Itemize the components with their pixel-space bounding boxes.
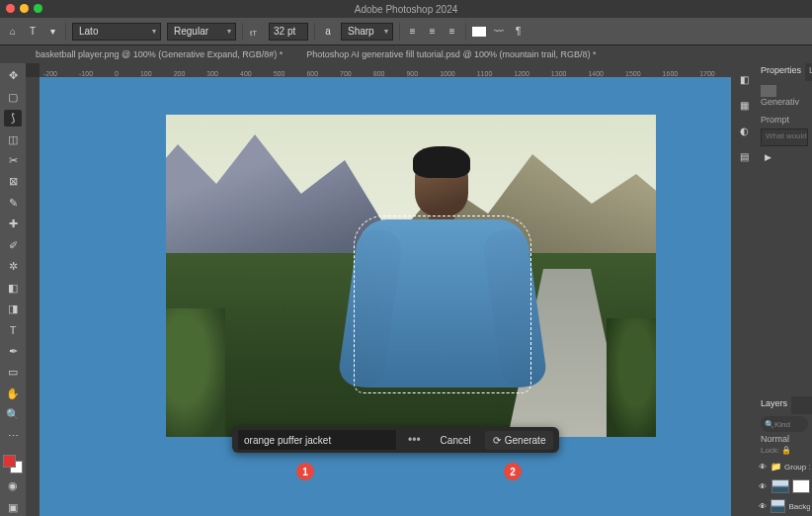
generate-variations-icon[interactable]: ▶ <box>765 152 804 162</box>
align-right-icon[interactable]: ≡ <box>446 25 459 39</box>
minimize-window-icon[interactable] <box>20 4 29 13</box>
folder-icon: 📁 <box>771 462 781 472</box>
shape-tool-icon[interactable]: ▭ <box>4 364 22 381</box>
blend-mode-select[interactable]: Normal <box>761 434 808 444</box>
gradient-tool-icon[interactable]: ◨ <box>4 301 22 317</box>
ruler-mark: -200 <box>43 70 57 77</box>
libraries-tab[interactable]: Libra <box>805 63 812 81</box>
dropdown-icon[interactable]: ▾ <box>45 25 59 39</box>
ruler-mark: 500 <box>274 70 285 77</box>
adjustments-panel-icon[interactable]: ◐ <box>736 123 752 138</box>
color-panel-icon[interactable]: ◧ <box>736 71 752 87</box>
frame-tool-icon[interactable]: ⊠ <box>4 173 22 190</box>
quick-mask-icon[interactable]: ◉ <box>4 477 22 494</box>
home-icon[interactable]: ⌂ <box>6 25 20 39</box>
image-person-hair <box>413 146 470 178</box>
visibility-icon[interactable]: 👁 <box>759 482 769 491</box>
text-color-swatch[interactable] <box>472 25 486 39</box>
prompt-label: Prompt <box>761 115 808 125</box>
object-select-tool-icon[interactable]: ◫ <box>4 130 22 147</box>
align-center-icon[interactable]: ≡ <box>426 25 440 39</box>
healing-tool-icon[interactable]: ✚ <box>4 215 22 232</box>
eraser-tool-icon[interactable]: ◧ <box>4 279 22 296</box>
document-tab[interactable]: basketball player.png @ 100% (Generative… <box>30 47 288 61</box>
ruler-mark: 1300 <box>551 70 567 77</box>
pen-tool-icon[interactable]: ✒ <box>4 343 22 360</box>
canvas-area: -200 -100 0 100 200 300 400 500 600 700 … <box>26 63 731 516</box>
font-style-select[interactable]: Regular <box>167 23 236 41</box>
antialias-icon: a <box>321 25 335 39</box>
properties-tab[interactable]: Properties <box>757 63 805 81</box>
horizontal-ruler: -200 -100 0 100 200 300 400 500 600 700 … <box>40 63 731 77</box>
color-swatches[interactable] <box>3 455 23 473</box>
layer-thumb-icon <box>761 85 776 97</box>
generate-label: Generate <box>505 435 546 446</box>
app-title: Adobe Photoshop 2024 <box>355 4 458 15</box>
visibility-icon[interactable]: 👁 <box>759 463 768 472</box>
font-size-input[interactable]: 32 pt <box>269 23 308 41</box>
font-family-select[interactable]: Lato <box>72 23 161 41</box>
layers-tab[interactable]: Layers <box>757 396 791 414</box>
layer-filter-select[interactable]: 🔍 Kind <box>761 416 808 432</box>
hand-tool-icon[interactable]: ✋ <box>4 386 22 402</box>
screen-mode-icon[interactable]: ▣ <box>4 499 22 516</box>
ruler-mark: 0 <box>115 70 119 77</box>
zoom-tool-icon[interactable]: 🔍 <box>4 406 22 423</box>
more-options-icon[interactable]: ••• <box>402 433 427 447</box>
warp-text-icon[interactable]: 〰 <box>492 25 506 39</box>
ruler-mark: 700 <box>340 70 352 77</box>
swatches-panel-icon[interactable]: ▦ <box>736 97 752 113</box>
titlebar: Adobe Photoshop 2024 <box>0 0 812 18</box>
antialias-select[interactable]: Sharp <box>341 23 393 41</box>
separator <box>242 23 243 41</box>
generative-layer-row: Generativ <box>761 85 808 107</box>
generate-button[interactable]: ⟳ Generate <box>485 431 554 450</box>
cancel-button[interactable]: Cancel <box>433 431 479 450</box>
callout-marker: 2 <box>504 463 522 480</box>
move-tool-icon[interactable]: ✥ <box>4 67 22 84</box>
more-tools-icon[interactable]: ⋯ <box>4 427 22 444</box>
prompt-input[interactable]: What would you like <box>761 129 808 146</box>
canvas[interactable]: ••• Cancel ⟳ Generate 1 2 <box>40 77 731 516</box>
document-image[interactable] <box>166 115 656 437</box>
window-controls <box>6 4 42 13</box>
maximize-window-icon[interactable] <box>34 4 42 13</box>
layer-group-row[interactable]: 👁 📁 Group 1 <box>757 457 812 476</box>
type-tool-icon[interactable]: T <box>26 25 40 39</box>
brush-tool-icon[interactable]: ✐ <box>4 237 22 254</box>
separator <box>399 23 400 41</box>
layer-row[interactable]: 👁 <box>757 476 812 496</box>
ruler-mark: 1700 <box>699 70 715 77</box>
generative-layer-label: Generativ <box>761 97 799 107</box>
close-window-icon[interactable] <box>6 4 15 13</box>
layer-row[interactable]: 👁 Backgr <box>757 496 812 516</box>
separator <box>65 23 66 41</box>
crop-tool-icon[interactable]: ✂ <box>4 152 22 169</box>
right-panels: Properties Libra Generativ Prompt What w… <box>757 63 812 516</box>
image-bush <box>607 318 656 437</box>
tool-palette: ✥ ▢ ⟆ ◫ ✂ ⊠ ✎ ✚ ✐ ✲ ◧ ◨ T ✒ ▭ ✋ 🔍 ⋯ ◉ ▣ <box>0 63 26 516</box>
generative-fill-bar: ••• Cancel ⟳ Generate <box>232 427 559 453</box>
ruler-mark: 200 <box>174 70 186 77</box>
foreground-color-swatch[interactable] <box>3 455 16 468</box>
image-person <box>344 150 541 437</box>
document-tab-active[interactable]: Photoshop AI generative fill tutorial.ps… <box>300 47 602 61</box>
ruler-mark: 1200 <box>514 70 529 77</box>
align-left-icon[interactable]: ≡ <box>406 25 420 39</box>
callout-marker: 1 <box>296 463 314 480</box>
right-dock-strip: ◧ ▦ ◐ ▤ <box>731 63 757 516</box>
type-tool-icon[interactable]: T <box>4 321 22 338</box>
clone-tool-icon[interactable]: ✲ <box>4 258 22 275</box>
eyedropper-tool-icon[interactable]: ✎ <box>4 195 22 212</box>
vertical-ruler <box>26 77 40 516</box>
ruler-mark: -100 <box>79 70 93 77</box>
character-panel-icon[interactable]: ¶ <box>512 25 526 39</box>
image-bush <box>166 308 225 437</box>
marquee-tool-icon[interactable]: ▢ <box>4 88 22 105</box>
ruler-mark: 600 <box>306 70 318 77</box>
generative-prompt-input[interactable] <box>238 430 396 450</box>
layer-name: Backgr <box>788 502 810 511</box>
lasso-tool-icon[interactable]: ⟆ <box>4 110 22 127</box>
libraries-panel-icon[interactable]: ▤ <box>736 148 752 164</box>
visibility-icon[interactable]: 👁 <box>759 502 768 511</box>
